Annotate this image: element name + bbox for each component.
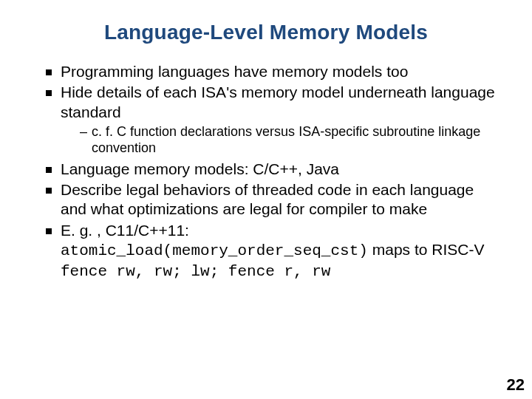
sub-bullet-text: c. f. C function declarations versus ISA… (92, 124, 480, 156)
slide: Language-Level Memory Models Programming… (0, 0, 532, 399)
code-span: atomic_load(memory_order_seq_cst) (61, 242, 368, 259)
sub-bullet-list: c. f. C function declarations versus ISA… (61, 123, 495, 157)
code-span: fence rw, rw; lw; fence r, rw (61, 263, 330, 280)
sub-bullet-item: c. f. C function declarations versus ISA… (80, 123, 495, 157)
bullet-item: Describe legal behaviors of threaded cod… (46, 180, 495, 219)
bullet-text: Hide details of each ISA's memory model … (61, 83, 495, 120)
bullet-item: Programming languages have memory models… (46, 62, 495, 81)
bullet-item: E. g. , C11/C++11: atomic_load(memory_or… (46, 221, 495, 282)
bullet-text-mid: maps to RISC-V (368, 241, 485, 258)
slide-title: Language-Level Memory Models (37, 21, 495, 44)
bullet-text-lead: E. g. , C11/C++11: (61, 222, 189, 239)
page-number: 22 (507, 375, 525, 395)
bullet-list: Programming languages have memory models… (37, 62, 495, 282)
bullet-text: Programming languages have memory models… (61, 63, 408, 80)
bullet-text: Language memory models: C/C++, Java (61, 160, 339, 177)
bullet-item: Language memory models: C/C++, Java (46, 160, 495, 179)
bullet-text: Describe legal behaviors of threaded cod… (61, 181, 474, 217)
bullet-item: Hide details of each ISA's memory model … (46, 83, 495, 157)
